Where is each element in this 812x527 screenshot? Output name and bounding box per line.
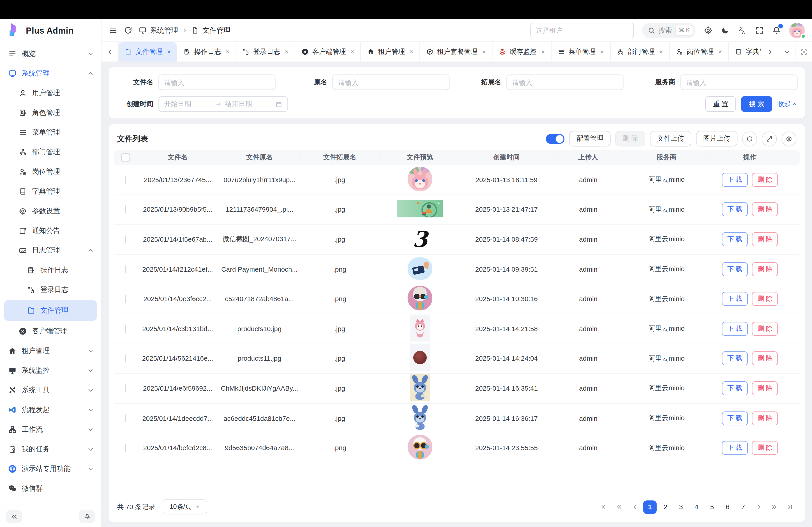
tab-登录日志[interactable]: 登录日志× bbox=[236, 42, 295, 62]
sidebar-item-部门管理[interactable]: 部门管理 bbox=[0, 142, 101, 162]
reset-button[interactable]: 重 置 bbox=[705, 96, 736, 112]
select-all-checkbox[interactable] bbox=[121, 153, 130, 162]
sidebar-item-系统工具[interactable]: 系统工具 bbox=[0, 380, 101, 400]
sidebar-item-菜单管理[interactable]: 菜单管理 bbox=[0, 123, 101, 142]
tab-close-icon[interactable]: × bbox=[719, 48, 722, 56]
refresh-icon[interactable] bbox=[124, 26, 133, 35]
delete-button[interactable]: 删 除 bbox=[752, 381, 778, 395]
delete-button[interactable]: 删 除 bbox=[752, 202, 778, 216]
breadcrumb-item[interactable]: 系统管理 bbox=[150, 26, 178, 35]
tab-close-icon[interactable]: × bbox=[541, 48, 545, 56]
filter-input-服务商[interactable] bbox=[681, 75, 798, 90]
tab-close-icon[interactable]: × bbox=[600, 48, 604, 56]
download-button[interactable]: 下 载 bbox=[722, 292, 748, 306]
page-button-4[interactable]: 4 bbox=[690, 500, 703, 514]
config-manage-button[interactable]: 配置管理 bbox=[569, 131, 611, 147]
tab-close-icon[interactable]: × bbox=[482, 48, 486, 56]
filter-input-拓展名[interactable] bbox=[506, 75, 623, 90]
page-button-5[interactable]: 5 bbox=[705, 500, 719, 514]
column-header-创建时间[interactable]: 创建时间 bbox=[461, 153, 552, 162]
tab-字典管理[interactable]: 字典管理× bbox=[729, 42, 761, 62]
first-page-button[interactable] bbox=[597, 500, 610, 514]
row-checkbox[interactable] bbox=[125, 236, 126, 243]
user-avatar[interactable] bbox=[789, 22, 805, 38]
prev-pages-button[interactable] bbox=[612, 500, 626, 514]
row-checkbox[interactable] bbox=[125, 414, 126, 422]
tab-租户套餐管理[interactable]: 租户套餐管理× bbox=[420, 42, 492, 62]
file-preview-image[interactable]: 3 bbox=[401, 226, 439, 253]
sidebar-item-通知公告[interactable]: 通知公告 bbox=[0, 221, 101, 241]
date-range-input[interactable]: 开始日期 结束日期 bbox=[159, 96, 288, 112]
tabs-dropdown-button[interactable] bbox=[778, 42, 795, 62]
notifications-bell-icon[interactable] bbox=[772, 26, 781, 35]
sidebar-item-角色管理[interactable]: 角色管理 bbox=[0, 103, 101, 123]
sidebar-item-我的任务[interactable]: 我的任务 bbox=[0, 439, 101, 459]
file-preview-image[interactable] bbox=[397, 200, 443, 219]
download-button[interactable]: 下 载 bbox=[722, 232, 748, 246]
sidebar-item-参数设置[interactable]: 参数设置 bbox=[0, 201, 101, 221]
row-checkbox[interactable] bbox=[125, 325, 126, 332]
row-checkbox[interactable] bbox=[125, 444, 126, 452]
row-checkbox[interactable] bbox=[125, 385, 126, 392]
file-preview-image[interactable] bbox=[406, 256, 433, 283]
row-checkbox[interactable] bbox=[125, 355, 126, 362]
global-search-button[interactable]: 搜索 ⌘ K bbox=[642, 22, 695, 38]
hamburger-icon[interactable] bbox=[109, 26, 117, 35]
file-preview-image[interactable] bbox=[408, 167, 432, 193]
download-button[interactable]: 下 载 bbox=[722, 262, 748, 276]
sidebar-item-演示站专用功能[interactable]: 演示站专用功能 bbox=[0, 459, 101, 479]
delete-button[interactable]: 删 除 bbox=[752, 322, 778, 336]
tabs-scroll-left-button[interactable] bbox=[102, 42, 119, 62]
delete-button[interactable]: 删 除 bbox=[752, 292, 778, 306]
sidebar-collapse-button[interactable] bbox=[6, 510, 22, 523]
row-checkbox[interactable] bbox=[125, 176, 126, 183]
file-upload-button[interactable]: 文件上传 bbox=[650, 131, 691, 147]
tab-close-icon[interactable]: × bbox=[659, 48, 663, 56]
page-button-3[interactable]: 3 bbox=[674, 500, 688, 514]
table-expand-icon[interactable] bbox=[762, 131, 777, 146]
delete-button[interactable]: 删 除 bbox=[752, 173, 778, 187]
prev-page-button[interactable] bbox=[628, 500, 641, 514]
table-settings-gear-icon[interactable] bbox=[782, 131, 797, 146]
download-button[interactable]: 下 载 bbox=[722, 381, 748, 395]
page-button-1[interactable]: 1 bbox=[643, 500, 657, 514]
delete-button[interactable]: 删 除 bbox=[752, 411, 778, 425]
filter-input-原名[interactable] bbox=[332, 75, 450, 90]
download-button[interactable]: 下 载 bbox=[722, 322, 748, 336]
tab-菜单管理[interactable]: 菜单管理× bbox=[551, 42, 611, 62]
sidebar-item-日志管理[interactable]: DEV日志管理 bbox=[0, 241, 101, 260]
tab-close-icon[interactable]: × bbox=[285, 48, 289, 56]
sidebar-item-系统监控[interactable]: 系统监控 bbox=[0, 361, 101, 380]
content-fullscreen-icon[interactable] bbox=[795, 42, 812, 62]
sidebar-item-客户端管理[interactable]: 客户端管理 bbox=[0, 321, 101, 341]
sidebar-item-系统管理[interactable]: 系统管理 bbox=[0, 63, 101, 83]
sidebar-item-岗位管理[interactable]: 岗位管理 bbox=[0, 162, 101, 182]
row-checkbox[interactable] bbox=[125, 206, 126, 213]
tabs-scroll-right-button[interactable] bbox=[761, 42, 778, 62]
page-button-7[interactable]: 7 bbox=[737, 500, 750, 514]
download-button[interactable]: 下 载 bbox=[722, 411, 748, 425]
delete-button[interactable]: 删 除 bbox=[752, 352, 778, 366]
tab-文件管理[interactable]: 文件管理× bbox=[119, 42, 177, 62]
translate-icon[interactable]: 文A bbox=[738, 26, 747, 35]
sidebar-item-登录日志[interactable]: 登录日志 bbox=[0, 280, 101, 300]
file-preview-image[interactable] bbox=[410, 404, 430, 432]
sidebar-item-字典管理[interactable]: 字典管理 bbox=[0, 182, 101, 201]
sidebar-item-租户管理[interactable]: 租户管理 bbox=[0, 341, 101, 361]
tab-close-icon[interactable]: × bbox=[410, 48, 413, 56]
sidebar-item-操作日志[interactable]: 操作日志 bbox=[0, 260, 101, 280]
sidebar-item-文件管理[interactable]: 文件管理 bbox=[4, 300, 97, 321]
file-preview-image[interactable] bbox=[408, 435, 432, 461]
delete-button[interactable]: 删 除 bbox=[752, 232, 778, 246]
download-button[interactable]: 下 载 bbox=[722, 441, 748, 455]
image-upload-button[interactable]: 图片上传 bbox=[696, 131, 738, 147]
page-button-2[interactable]: 2 bbox=[658, 500, 672, 514]
dark-mode-moon-icon[interactable] bbox=[721, 26, 730, 35]
page-size-select[interactable]: 10条/页 bbox=[162, 499, 207, 515]
file-preview-image[interactable] bbox=[410, 344, 430, 373]
tab-缓存监控[interactable]: redis缓存监控× bbox=[493, 42, 552, 62]
next-pages-button[interactable] bbox=[768, 500, 781, 514]
delete-button[interactable]: 删 除 bbox=[752, 262, 778, 276]
tenant-select-input[interactable] bbox=[530, 22, 634, 38]
delete-button[interactable]: 删 除 bbox=[752, 441, 778, 455]
